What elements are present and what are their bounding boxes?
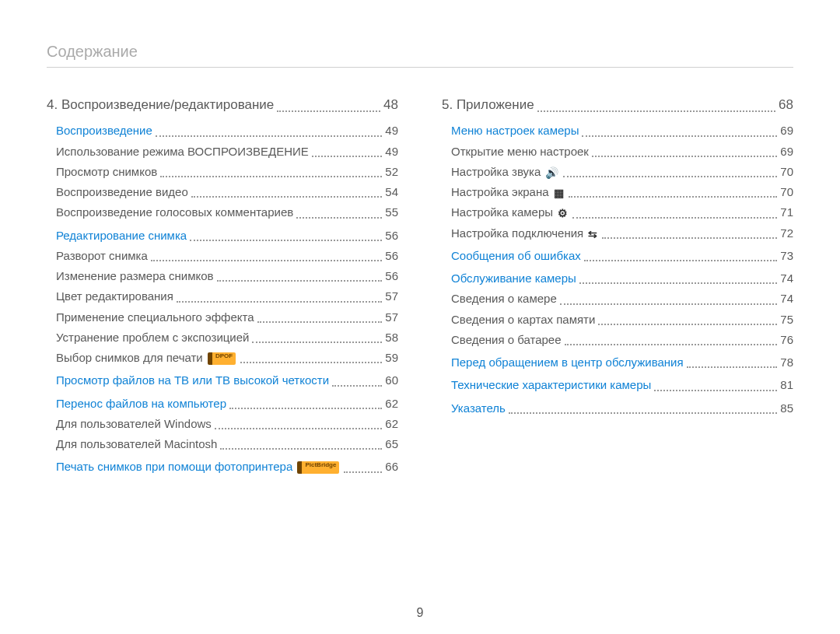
toc-label: Устранение проблем с экспозицией [56, 328, 249, 346]
toc-leader-dots [592, 156, 777, 157]
toc-label: Перед обращением в центр обслуживания [451, 353, 684, 371]
toc-row: Воспроизведение видео54 [56, 183, 398, 201]
toc-row[interactable]: Просмотр файлов на ТВ или ТВ высокой чет… [56, 371, 398, 389]
toc-row[interactable]: Указатель85 [451, 399, 793, 417]
toc-leader-dots [220, 448, 382, 450]
toc-leader-dots [582, 135, 777, 137]
toc-leader-dots [579, 282, 778, 284]
dpof-icon: DPOF [208, 352, 236, 365]
toc-row: Настройка камеры ⚙71 [451, 203, 793, 221]
pictbridge-icon: PictBridge [297, 461, 339, 474]
toc-leader-dots [332, 385, 382, 387]
toc-columns: 4. Воспроизведение/редактирование48Воспр… [47, 95, 793, 478]
toc-row: Открытие меню настроек69 [451, 142, 793, 160]
toc-label: Сообщения об ошибках [451, 247, 581, 264]
toc-label: Указатель [451, 399, 506, 417]
toc-label: Разворот снимка [56, 247, 148, 264]
toc-label: Настройка камеры ⚙ [451, 203, 569, 221]
toc-page-number: 59 [385, 349, 398, 366]
toc-page-number: 62 [385, 415, 398, 433]
toc-label: Выбор снимков для печати DPOF [56, 349, 237, 366]
toc-label: Сведения о картах памяти [451, 310, 595, 328]
toc-label: Для пользователей Windows [56, 415, 212, 433]
toc-row: Применение специального эффекта57 [56, 308, 398, 326]
toc-row: Выбор снимков для печати DPOF59 [56, 349, 398, 366]
connect-icon: ⇆ [588, 229, 597, 240]
toc-row[interactable]: Перед обращением в центр обслуживания78 [451, 353, 793, 371]
toc-leader-dots [277, 110, 380, 112]
toc-leader-dots [156, 135, 382, 137]
toc-label: Настройка экрана ▦ [451, 183, 565, 201]
page-number: 9 [0, 606, 840, 620]
toc-page-number: 72 [780, 224, 793, 242]
toc-row[interactable]: Сообщения об ошибках73 [451, 247, 793, 264]
toc-page-number: 78 [780, 353, 793, 371]
toc-row: 4. Воспроизведение/редактирование48 [47, 95, 398, 115]
toc-row: Цвет редактирования57 [56, 287, 398, 305]
toc-leader-dots [565, 344, 778, 345]
toc-label: Технические характеристики камеры [451, 376, 651, 394]
toc-label: Воспроизведение голосовых комментариев [56, 203, 293, 221]
toc-leader-dots [312, 156, 382, 157]
toc-page-number: 65 [385, 435, 398, 453]
toc-page-number: 74 [780, 269, 793, 287]
toc-label: Редактирование снимка [56, 226, 187, 244]
toc-leader-dots [191, 196, 383, 198]
toc-page-number: 57 [385, 287, 398, 305]
toc-row[interactable]: Воспроизведение49 [56, 121, 398, 139]
toc-row[interactable]: Обслуживание камеры74 [451, 269, 793, 287]
toc-row: Устранение проблем с экспозицией58 [56, 328, 398, 346]
toc-page-number: 66 [385, 457, 398, 475]
toc-label: Воспроизведение видео [56, 183, 188, 201]
toc-leader-dots [296, 217, 382, 219]
toc-leader-dots [563, 176, 777, 177]
toc-label: Воспроизведение [56, 121, 152, 139]
toc-row: Сведения о батарее76 [451, 331, 793, 349]
toc-label: Применение специального эффекта [56, 308, 254, 326]
toc-label: Настройка подключения ⇆ [451, 224, 599, 242]
page-title: Содержание [47, 43, 793, 68]
toc-leader-dots [598, 324, 777, 325]
toc-label: Просмотр файлов на ТВ или ТВ высокой чет… [56, 371, 329, 389]
toc-label: Просмотр снимков [56, 163, 157, 180]
toc-label: Печать снимков при помощи фотопринтера P… [56, 457, 341, 475]
toc-row: Воспроизведение голосовых комментариев55 [56, 203, 398, 221]
toc-row[interactable]: Редактирование снимка56 [56, 226, 398, 244]
toc-page-number: 49 [385, 121, 398, 139]
toc-page-number: 52 [385, 163, 398, 180]
toc-leader-dots [177, 301, 382, 303]
toc-row: Настройка подключения ⇆72 [451, 224, 793, 242]
toc-leader-dots [217, 280, 383, 282]
toc-leader-dots [569, 196, 778, 198]
toc-page-number: 58 [385, 328, 398, 346]
toc-page-number: 75 [780, 310, 793, 328]
toc-leader-dots [229, 408, 382, 409]
toc-leader-dots [584, 260, 778, 261]
toc-row[interactable]: Перенос файлов на компьютер62 [56, 394, 398, 412]
toc-row: Изменение размера снимков56 [56, 267, 398, 285]
toc-page-number: 68 [779, 95, 793, 115]
screen-icon: ▦ [554, 187, 564, 198]
toc-label: 5. Приложение [442, 95, 534, 115]
toc-label: 4. Воспроизведение/редактирование [47, 95, 274, 115]
toc-label: Использование режима ВОСПРОИЗВЕДЕНИЕ [56, 142, 309, 160]
toc-leader-dots [215, 428, 383, 429]
toc-row: Для пользователей Macintosh65 [56, 435, 398, 453]
toc-page-number: 81 [780, 376, 793, 394]
toc-page-number: 54 [385, 183, 398, 201]
toc-page-number: 56 [385, 267, 398, 285]
toc-row: Использование режима ВОСПРОИЗВЕДЕНИЕ49 [56, 142, 398, 160]
toc-leader-dots [190, 240, 382, 241]
toc-row: 5. Приложение68 [442, 95, 793, 115]
toc-page-number: 49 [385, 142, 398, 160]
toc-page-number: 69 [780, 142, 793, 160]
toc-leader-dots [344, 471, 382, 473]
toc-row[interactable]: Печать снимков при помощи фотопринтера P… [56, 457, 398, 475]
toc-label: Сведения о камере [451, 289, 557, 307]
toc-label: Изменение размера снимков [56, 267, 214, 285]
toc-leader-dots [572, 217, 777, 219]
toc-row: Для пользователей Windows62 [56, 415, 398, 433]
toc-leader-dots [560, 303, 778, 305]
toc-row[interactable]: Меню настроек камеры69 [451, 121, 793, 139]
toc-row[interactable]: Технические характеристики камеры81 [451, 376, 793, 394]
